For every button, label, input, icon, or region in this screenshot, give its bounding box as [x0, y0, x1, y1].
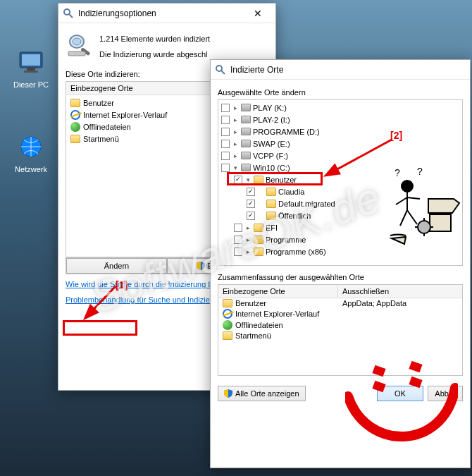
tree-node[interactable]: ▸Programme (x86) [218, 245, 462, 257]
chevron-icon: ▸ [232, 116, 239, 123]
checkbox[interactable] [221, 116, 230, 124]
folder-icon [70, 99, 80, 107]
tree-node[interactable]: ▾Benutzer [218, 173, 462, 185]
checkbox[interactable] [221, 164, 230, 172]
summary-exclude: AppData; AppData [338, 299, 406, 307]
tree-node-label: VCPP (F:) [253, 152, 288, 160]
modify-button[interactable]: Ändern [66, 258, 167, 274]
chevron-icon: ▸ [244, 236, 251, 243]
tree-node-label: Claudia [278, 188, 304, 196]
tree-node-label: Öffentlich [278, 212, 311, 220]
tree-node[interactable]: ▸SWAP (E:) [218, 138, 462, 149]
indexed-count: 1.214 Elemente wurden indiziert [99, 33, 210, 44]
tree-node[interactable]: ▸Programme [218, 233, 462, 245]
list-item-label: Internet Explorer-Verlauf [83, 111, 167, 119]
tree-node-label: PLAY-2 (I:) [253, 116, 290, 124]
ok-button[interactable]: OK [377, 386, 423, 401]
show-all-locations-button[interactable]: Alle Orte anzeigen [218, 386, 306, 401]
chevron-icon: ▸ [232, 140, 239, 147]
svg-rect-2 [27, 68, 35, 71]
svg-rect-1 [22, 54, 40, 66]
checkbox[interactable] [234, 248, 242, 256]
summary-row[interactable]: Startmenü [218, 331, 462, 341]
summary-row[interactable]: Internet Explorer-Verlauf [218, 308, 462, 319]
summary-label: Benutzer [235, 299, 266, 307]
tree-node[interactable]: ▸PLAY-2 (I:) [218, 114, 462, 126]
checkbox[interactable] [234, 224, 242, 232]
checkbox[interactable] [247, 200, 255, 208]
tree-node[interactable]: Default.migrated [218, 197, 462, 209]
ie-icon [223, 309, 232, 319]
checkbox[interactable] [221, 128, 230, 136]
desktop-icon-label: Netzwerk [6, 165, 56, 173]
summary-pane: Einbezogene Orte Ausschließen BenutzerAp… [218, 284, 463, 376]
window-title: Indizierungsoptionen [78, 8, 244, 18]
svg-rect-10 [68, 51, 85, 56]
chevron-icon: ▸ [244, 248, 251, 255]
svg-rect-3 [24, 71, 38, 73]
list-item-label: Benutzer [83, 99, 114, 107]
tree-node[interactable]: Claudia [218, 185, 462, 197]
search-icon [215, 64, 226, 75]
tree-node[interactable]: ▸PROGRAMME (D:) [218, 126, 462, 138]
svg-point-11 [216, 66, 222, 71]
checkbox[interactable] [234, 236, 242, 244]
tree-node[interactable]: ▸PLAY (K:) [218, 102, 462, 114]
checkbox[interactable] [221, 140, 230, 148]
chevron-icon: ▸ [244, 224, 251, 231]
checkbox[interactable] [247, 212, 255, 220]
desktop-icon-network[interactable]: Netzwerk [6, 133, 56, 173]
tree-node-label: Win10 (C:) [253, 164, 290, 172]
window-title: Indizierte Orte [230, 65, 466, 75]
tree-node-label: Benutzer [266, 176, 297, 184]
svg-point-5 [64, 9, 70, 15]
shield-icon [197, 262, 205, 270]
tree-node-label: EFI [266, 224, 278, 232]
chevron-icon: ▸ [232, 104, 239, 111]
folder-icon [223, 299, 232, 307]
locations-tree[interactable]: ▸PLAY (K:)▸PLAY-2 (I:)▸PROGRAMME (D:)▸SW… [218, 99, 463, 266]
summary-exclude [338, 320, 342, 330]
offline-files-icon [70, 122, 80, 132]
checkbox[interactable] [247, 188, 255, 196]
tree-node[interactable]: ▸VCPP (F:) [218, 149, 462, 161]
tree-node[interactable]: ▾Win10 (C:) [218, 161, 462, 173]
list-item-label: Startmenü [83, 135, 119, 143]
offline-files-icon [223, 320, 232, 330]
network-icon [17, 133, 45, 161]
folder-icon [254, 224, 263, 232]
summary-label: Offlinedateien [235, 321, 283, 329]
column-exclude: Ausschließen [338, 285, 393, 298]
drive-icon [241, 140, 251, 147]
checkbox[interactable] [221, 104, 230, 112]
desktop-icon-label: Dieser PC [6, 80, 56, 89]
tree-node[interactable]: Öffentlich [218, 209, 462, 221]
tree-node-label: PLAY (K:) [253, 104, 287, 112]
list-item-label: Offlinedateien [83, 123, 131, 131]
summary-label: Internet Explorer-Verlauf [235, 310, 319, 318]
folder-icon [254, 248, 263, 256]
tree-node[interactable]: ▸EFI [218, 221, 462, 233]
close-button[interactable]: ✕ [244, 5, 271, 22]
indexing-complete: Die Indizierung wurde abgeschl [99, 49, 210, 60]
drive-icon [241, 104, 251, 111]
chevron-icon: ▾ [244, 176, 251, 183]
label-summary: Zusammenfassung der ausgewählten Orte [218, 273, 463, 281]
desktop-icon-this-pc[interactable]: Dieser PC [6, 48, 56, 89]
summary-row[interactable]: Offlinedateien [218, 319, 462, 331]
column-included: Einbezogene Orte [218, 285, 338, 298]
checkbox[interactable] [234, 176, 242, 184]
checkbox[interactable] [221, 152, 230, 160]
drive-icon [241, 116, 251, 123]
folder-icon [254, 236, 263, 244]
cancel-button[interactable]: Abbre [428, 386, 463, 401]
chevron-icon: ▸ [232, 128, 239, 135]
summary-row[interactable]: BenutzerAppData; AppData [218, 298, 462, 308]
svg-line-12 [221, 71, 225, 74]
tree-node-label: Programme [266, 236, 306, 244]
drive-icon [241, 164, 251, 171]
chevron-icon: ▾ [232, 164, 239, 171]
folder-icon [266, 200, 276, 208]
magnifier-icon [66, 32, 94, 59]
window-indexed-locations: Indizierte Orte Ausgewählte Orte ändern … [210, 59, 471, 468]
